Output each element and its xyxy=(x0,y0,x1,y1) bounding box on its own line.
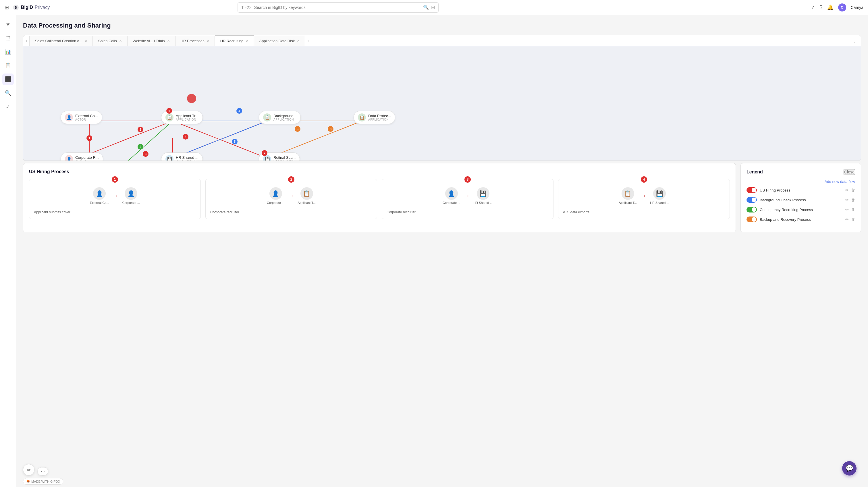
check-icon[interactable]: ✓ xyxy=(811,4,815,11)
card-2-from-label: Corporate ... xyxy=(267,201,284,204)
filter-icon[interactable]: ⊞ xyxy=(431,5,435,10)
grid-icon[interactable]: ⊞ xyxy=(5,4,9,11)
tab-prev-btn[interactable]: ‹ xyxy=(23,38,29,43)
legend-title: Legend xyxy=(746,169,763,174)
delete-icon-us-hiring[interactable]: 🗑 xyxy=(851,188,855,192)
tab-sales-calls[interactable]: Sales Calls ✕ xyxy=(93,36,127,46)
retinal-sca-icon: 💾 xyxy=(263,155,271,161)
delete-icon-contingency[interactable]: 🗑 xyxy=(851,207,855,212)
tab-close-website[interactable]: ✕ xyxy=(167,39,170,43)
card-3-desc: Corporate recruiter xyxy=(386,210,549,214)
card-2-to-label: Applicant T... xyxy=(298,201,316,204)
sidebar-item-discovery[interactable]: 🔍 xyxy=(2,87,14,99)
tab-sales-collateral[interactable]: Sales Collateral Creation a... ✕ xyxy=(29,36,92,46)
edit-icon-contingency[interactable]: ✏ xyxy=(845,207,849,212)
sidebar-item-analytics[interactable]: 📊 xyxy=(2,46,14,58)
node-data-protec[interactable]: 📋 Data Protec... APPLICATION xyxy=(353,111,395,124)
badge-4-red: 4 xyxy=(183,134,188,139)
tab-close-sales-collateral[interactable]: ✕ xyxy=(85,39,87,43)
tabs-bar: ‹ Sales Collateral Creation a... ✕ Sales… xyxy=(23,35,861,46)
sidebar-item-tasks[interactable]: ✓ xyxy=(2,101,14,112)
user-name: Camya xyxy=(851,5,863,10)
process-card-2: 2 👤 Corporate ... → 📋 Applicant T... Cor… xyxy=(205,179,377,219)
legend-close-button[interactable]: Close xyxy=(844,169,855,175)
card-1-to-actor: 👤 Corporate ... xyxy=(122,187,140,204)
card-3-number: 3 xyxy=(464,176,471,183)
avatar[interactable]: C xyxy=(838,3,846,11)
search-bar[interactable]: T </> 🔍 ⊞ xyxy=(238,2,439,13)
node-corporate-r[interactable]: 👤 Corporate R... ACTOR xyxy=(61,153,103,161)
process-card-3: 3 👤 Corporate ... → 💾 HR Shared ... Corp… xyxy=(382,179,554,219)
badge-1-red-top: 1 xyxy=(166,108,172,114)
badge-2-red: 2 xyxy=(137,127,143,132)
card-4-to-label: HR Shared ... xyxy=(650,201,669,204)
card-4-arrow: → xyxy=(640,192,647,200)
tab-close-app-data-risk[interactable]: ✕ xyxy=(297,39,300,43)
sidebar-item-privacy[interactable]: ⬛ xyxy=(2,73,14,85)
edit-icon-us-hiring[interactable]: ✏ xyxy=(845,188,849,192)
legend-add-link[interactable]: Add new data flow xyxy=(746,180,855,184)
node-hr-shared[interactable]: 💾 HR Shared ... DATASOURCE xyxy=(161,153,203,161)
sidebar-item-catalog[interactable]: 📋 xyxy=(2,60,14,71)
legend-panel: Legend Close Add new data flow US Hiring… xyxy=(741,163,861,232)
tab-next-btn[interactable]: › xyxy=(305,38,311,43)
delete-icon-background[interactable]: 🗑 xyxy=(851,198,855,202)
gifox-icon: 🦊 xyxy=(26,480,30,483)
text-mode-icon[interactable]: T xyxy=(241,5,244,10)
applicant-tr-type: APPLICATION xyxy=(176,118,198,121)
card-1-desc: Applicant submits cover xyxy=(34,210,196,214)
tab-label: HR Processes xyxy=(181,39,205,43)
sidebar-item-favorites[interactable]: ★ xyxy=(2,19,14,30)
tabs-more-btn[interactable]: ⋮ xyxy=(849,38,861,44)
chat-fab-button[interactable]: 💬 xyxy=(842,461,857,476)
tab-close-sales-calls[interactable]: ✕ xyxy=(119,39,122,43)
edit-fab-button[interactable]: ✏ xyxy=(23,464,34,476)
corporate-r-type: ACTOR xyxy=(75,160,99,161)
card-4-from-label: Applicant T... xyxy=(619,201,637,204)
edit-icon-backup[interactable]: ✏ xyxy=(845,217,849,222)
legend-toggle-us-hiring[interactable] xyxy=(746,187,757,193)
tab-hr-processes[interactable]: HR Processes ✕ xyxy=(175,36,215,46)
data-protec-type: APPLICATION xyxy=(368,118,391,121)
legend-item-backup: Backup and Recovery Process ✏ 🗑 xyxy=(746,217,855,222)
tab-label: Application Data Risk xyxy=(259,39,295,43)
process-panel: US Hiring Process 1 👤 External Ca... → 👤… xyxy=(23,163,736,232)
tab-website-trials[interactable]: Website vi... l Trials ✕ xyxy=(127,36,175,46)
svg-text:B: B xyxy=(14,6,17,9)
data-protec-label: Data Protec... xyxy=(368,114,391,118)
edit-icon-background[interactable]: ✏ xyxy=(845,198,849,202)
sidebar-item-inbox[interactable]: ⬚ xyxy=(2,32,14,44)
legend-item-contingency: Contingency Recruiting Process ✏ 🗑 xyxy=(746,207,855,213)
node-external-ca[interactable]: 👤 External Ca... ACTOR xyxy=(61,111,102,124)
tab-close-hr-processes[interactable]: ✕ xyxy=(207,39,209,43)
card-4-to-icon: 💾 xyxy=(653,187,666,200)
data-protec-icon: 📋 xyxy=(358,113,366,122)
legend-toggle-background[interactable] xyxy=(746,197,757,203)
legend-header: Legend Close xyxy=(746,169,855,175)
node-background[interactable]: 📋 Background... APPLICATION xyxy=(259,111,301,124)
process-card-1: 1 👤 External Ca... → 👤 Corporate ... App… xyxy=(29,179,201,219)
delete-icon-backup[interactable]: 🗑 xyxy=(851,217,855,222)
brand-privacy: Privacy xyxy=(35,5,50,10)
card-1-from-icon: 👤 xyxy=(93,187,106,200)
help-icon[interactable]: ? xyxy=(820,4,823,10)
legend-toggle-contingency[interactable] xyxy=(746,207,757,213)
legend-actions-us-hiring: ✏ 🗑 xyxy=(845,188,855,192)
collapse-sidebar-button[interactable]: ‹ › xyxy=(37,467,48,476)
legend-label-contingency: Contingency Recruiting Process xyxy=(760,207,842,212)
legend-toggle-backup[interactable] xyxy=(746,217,757,222)
search-icon[interactable]: 🔍 xyxy=(423,5,429,10)
search-input[interactable] xyxy=(254,5,423,10)
left-sidebar: ★ ⬚ 📊 📋 ⬛ 🔍 ✓ xyxy=(0,15,16,487)
tab-close-hr-recruiting[interactable]: ✕ xyxy=(246,39,248,43)
notification-icon[interactable]: 🔔 xyxy=(827,4,834,11)
card-3-to-icon: 💾 xyxy=(477,187,490,200)
card-1-from-label: External Ca... xyxy=(90,201,109,204)
code-mode-icon[interactable]: </> xyxy=(246,5,251,10)
legend-actions-background: ✏ 🗑 xyxy=(845,198,855,202)
legend-actions-backup: ✏ 🗑 xyxy=(845,217,855,222)
card-1-from-actor: 👤 External Ca... xyxy=(90,187,109,204)
tab-label: Sales Collateral Creation a... xyxy=(35,39,82,43)
tab-application-data-risk[interactable]: Application Data Risk ✕ xyxy=(254,36,305,46)
tab-hr-recruiting[interactable]: HR Recruiting ✕ xyxy=(215,35,254,46)
